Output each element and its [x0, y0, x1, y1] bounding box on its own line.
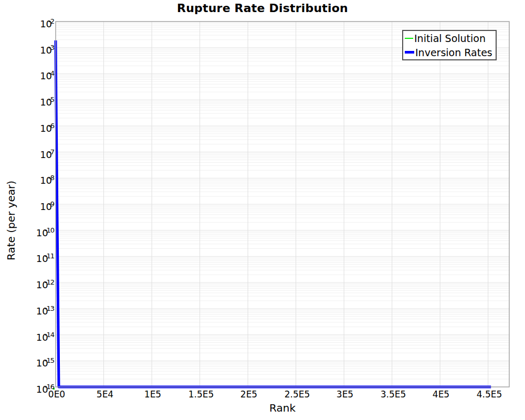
plot-area: [0, 0, 525, 420]
y-tick-label: 10-13: [0, 301, 54, 317]
x-tick-label: 0E0: [33, 389, 80, 400]
chart-figure: Rupture Rate Distribution 10-210-310-410…: [0, 0, 525, 420]
legend-green-line-sample: [405, 38, 413, 39]
y-tick-label: 10-4: [0, 66, 54, 81]
legend-label-inversion-rates: Inversion Rates: [415, 47, 492, 58]
legend: Initial Solution Inversion Rates: [402, 30, 497, 60]
x-tick-label: 4E5: [417, 389, 465, 400]
legend-blue-line-sample: [405, 51, 414, 54]
y-tick-label: 10-3: [0, 40, 54, 56]
y-tick-label: 10-15: [0, 353, 54, 369]
y-tick-label: 10-5: [0, 92, 54, 108]
legend-item-inversion-rates: Inversion Rates: [405, 45, 496, 59]
x-tick-label: 2E5: [225, 389, 272, 400]
legend-label-initial-solution: Initial Solution: [414, 33, 486, 44]
legend-item-initial-solution: Initial Solution: [405, 31, 496, 45]
y-tick-label: 10-7: [0, 144, 54, 160]
x-tick-label: 5E4: [81, 389, 129, 400]
x-tick-label: 1.5E5: [177, 389, 225, 400]
x-tick-label: 3E5: [321, 389, 369, 400]
x-tick-label: 1E5: [129, 389, 176, 400]
x-axis-label: Rank: [56, 402, 509, 414]
y-tick-label: 10-2: [0, 14, 54, 29]
x-tick-label: 2.5E5: [274, 389, 321, 400]
x-tick-label: 3.5E5: [370, 389, 417, 400]
y-tick-label: 10-14: [0, 327, 54, 343]
x-tick-label: 4.5E5: [466, 389, 513, 400]
y-tick-label: 10-12: [0, 275, 54, 290]
y-axis-label: Rate (per year): [5, 181, 17, 260]
y-tick-label: 10-6: [0, 118, 54, 134]
